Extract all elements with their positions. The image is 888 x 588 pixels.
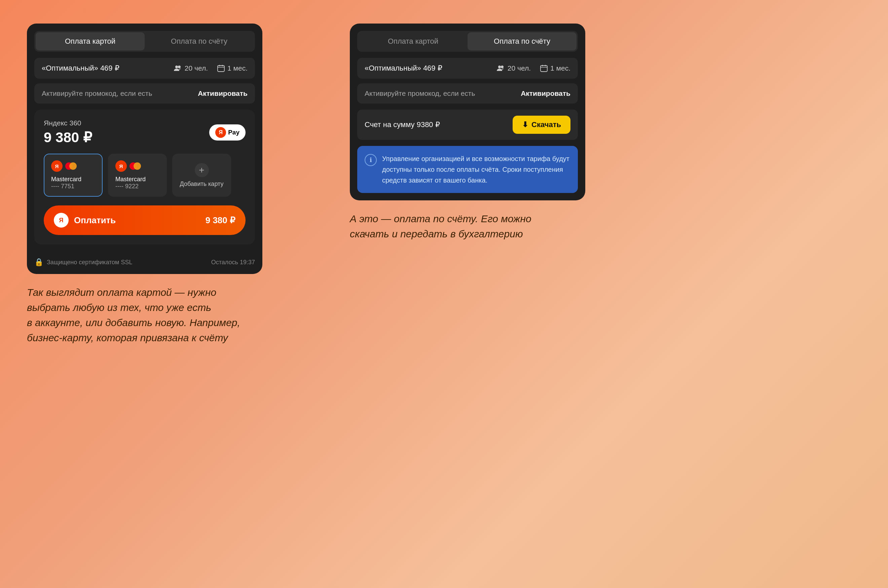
invoice-text: Счет на сумму 9380 ₽ xyxy=(365,120,440,129)
yandex-small-icon-1: Я xyxy=(51,160,63,172)
promo-text-left: Активируйте промокод, если есть xyxy=(42,89,152,98)
plan-period-value-right: 1 мес. xyxy=(550,64,571,72)
card-2-number: ---- 9222 xyxy=(116,183,138,190)
pay-text: Оплатить xyxy=(74,215,116,226)
pay-button-left: Я Оплатить xyxy=(54,213,116,228)
tab-invoice-payment-left[interactable]: Оплата по счёту xyxy=(145,32,254,50)
plan-meta-right: 20 чел. 1 мес. xyxy=(497,64,571,72)
promo-row-right: Активируйте промокод, если есть Активиро… xyxy=(357,83,578,104)
plan-row-left: «Оптимальный» 469 ₽ 20 чел. xyxy=(34,58,255,79)
amount-value: 9 380 ₽ xyxy=(44,129,92,146)
info-icon: ℹ xyxy=(365,154,377,166)
card-2-name: Mastercard xyxy=(116,176,146,183)
plan-name-right: «Оптимальный» 469 ₽ xyxy=(365,64,442,73)
card-1-number: ---- 7751 xyxy=(51,183,74,190)
brand-label: Яндекс 360 xyxy=(44,119,92,127)
plan-name-left: «Оптимальный» 469 ₽ xyxy=(42,64,119,73)
plus-icon: + xyxy=(195,163,209,177)
card-item-2[interactable]: Я Mastercard ---- 9222 xyxy=(108,154,167,196)
add-card-label: Добавить карту xyxy=(180,180,224,188)
calendar-icon-right xyxy=(540,64,548,72)
ypay-badge: Я Pay xyxy=(209,124,246,141)
plan-period-right: 1 мес. xyxy=(540,64,571,72)
mastercard-small-icon-1 xyxy=(65,160,77,172)
activate-button-left[interactable]: Активировать xyxy=(198,89,248,98)
card-1-name: Mastercard xyxy=(51,176,81,183)
plan-period-left: 1 мес. xyxy=(217,64,248,72)
lock-icon: 🔒 xyxy=(34,258,44,267)
ssl-left: 🔒 Защищено сертификатом SSL xyxy=(34,258,132,267)
right-caption: А это — оплата по счёту. Его можно скача… xyxy=(350,211,578,242)
plan-people-value-right: 20 чел. xyxy=(508,64,531,72)
plan-meta-left: 20 чел. 1 мес. xyxy=(174,64,248,72)
pay-amount: 9 380 ₽ xyxy=(206,215,236,226)
svg-rect-8 xyxy=(541,66,547,72)
payment-card-left: Яндекс 360 9 380 ₽ Я Pay Я xyxy=(34,110,255,244)
invoice-row: Счет на сумму 9380 ₽ ⬇ Скачать xyxy=(357,110,578,140)
info-box: ℹ Управление организацией и все возможно… xyxy=(357,146,578,193)
svg-point-1 xyxy=(178,66,180,68)
svg-point-6 xyxy=(498,66,501,68)
download-button[interactable]: ⬇ Скачать xyxy=(512,116,571,134)
svg-point-0 xyxy=(175,66,178,68)
plan-people-value-left: 20 чел. xyxy=(185,64,208,72)
ya-icon-ypay: Я xyxy=(215,127,226,138)
download-icon: ⬇ xyxy=(522,120,528,129)
cards-row: Я Mastercard ---- 7751 Я xyxy=(44,154,246,196)
people-icon-right xyxy=(497,65,505,72)
ypay-label: Pay xyxy=(228,129,239,136)
promo-text-right: Активируйте промокод, если есть xyxy=(365,89,475,98)
people-icon-left xyxy=(174,65,182,72)
add-card-item[interactable]: + Добавить карту xyxy=(172,154,231,196)
card-2-logos: Я xyxy=(116,160,141,172)
tab-card-payment-left[interactable]: Оплата картой xyxy=(36,32,145,50)
plan-period-value-left: 1 мес. xyxy=(227,64,248,72)
right-tabs: Оплата картой Оплата по счёту xyxy=(357,31,578,52)
svg-rect-2 xyxy=(218,66,224,72)
brand-and-amount: Яндекс 360 9 380 ₽ xyxy=(44,119,92,146)
card-1-logos: Я xyxy=(51,160,77,172)
plan-people-right: 20 чел. xyxy=(497,64,531,72)
tab-card-payment-right[interactable]: Оплата картой xyxy=(359,32,467,50)
ya-white-icon: Я xyxy=(54,213,69,228)
payment-header-left: Яндекс 360 9 380 ₽ Я Pay xyxy=(44,119,246,146)
calendar-icon-left xyxy=(217,64,225,72)
yandex-small-icon-2: Я xyxy=(116,160,127,172)
info-text-content: Управление организацией и все возможност… xyxy=(382,153,571,186)
left-card-panel: Оплата картой Оплата по счёту «Оптимальн… xyxy=(27,24,262,274)
activate-button-right[interactable]: Активировать xyxy=(521,89,571,98)
plan-row-right: «Оптимальный» 469 ₽ 20 чел. xyxy=(357,58,578,79)
download-label: Скачать xyxy=(532,120,561,129)
left-section: Оплата картой Оплата по счёту «Оптимальн… xyxy=(27,24,262,345)
right-card-panel: Оплата картой Оплата по счёту «Оптимальн… xyxy=(350,24,585,200)
tab-invoice-payment-right[interactable]: Оплата по счёту xyxy=(467,32,577,50)
svg-point-7 xyxy=(501,66,503,68)
ssl-timer: Осталось 19:37 xyxy=(211,259,255,266)
ssl-row: 🔒 Защищено сертификатом SSL Осталось 19:… xyxy=(27,252,262,274)
right-section: Оплата картой Оплата по счёту «Оптимальн… xyxy=(350,24,585,242)
ssl-text: Защищено сертификатом SSL xyxy=(47,259,132,266)
promo-row-left: Активируйте промокод, если есть Активиро… xyxy=(34,83,255,104)
left-tabs: Оплата картой Оплата по счёту xyxy=(34,31,255,52)
left-caption: Так выглядит оплата картой — нужно выбра… xyxy=(27,285,255,345)
plan-people-left: 20 чел. xyxy=(174,64,208,72)
card-item-1[interactable]: Я Mastercard ---- 7751 xyxy=(44,154,102,196)
pay-button[interactable]: Я Оплатить 9 380 ₽ xyxy=(44,206,246,235)
mastercard-small-icon-2 xyxy=(129,160,141,172)
